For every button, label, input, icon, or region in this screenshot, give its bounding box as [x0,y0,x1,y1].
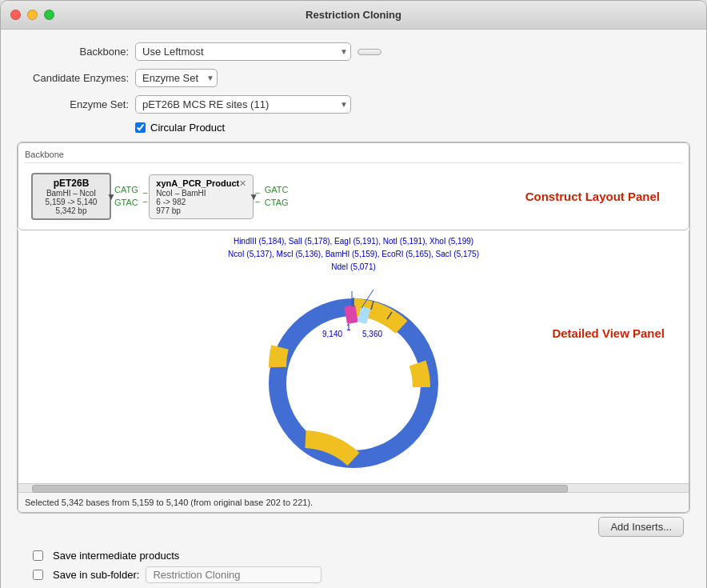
backbone-info1: BamHI – NcoI [39,189,103,198]
enzyme-set-label: Enzyme Set: [17,98,129,110]
seq-gatc: GATC [265,184,289,196]
svg-point-0 [278,307,429,459]
insert-dropdown-arrow[interactable]: ▼ [249,191,258,202]
scrollbar-thumb[interactable] [32,485,568,493]
enzyme-set-select-wrapper: pET26B MCS RE sites (11) ▼ [135,95,351,114]
seq-label-left: CATG GTAC [114,184,138,209]
backbone-info2: 5,159 -> 5,140 [39,198,103,206]
backbone-name: pET26B [39,178,103,189]
choose-button[interactable] [357,49,381,55]
pos-label-1: 1 [346,323,351,332]
status-text: Selected 5,342 bases from 5,159 to 5,140… [25,498,313,507]
backbone-row: Backbone: Use Leftmost ▼ [17,42,690,61]
backbone-box: pET26B BamHI – NcoI 5,159 -> 5,140 5,342… [31,173,111,220]
detail-panel: HindIII (5,184), SalI (5,178), EagI (5,1… [18,230,689,513]
seq-ctag: CTAG [265,197,289,209]
enzyme-set-select[interactable]: pET26B MCS RE sites (11) [135,95,351,114]
construct-layout-label: Construct Layout Panel [525,190,660,203]
titlebar: Restriction Cloning [1,1,706,30]
insert-name: xynA_PCR_Product [156,178,239,188]
backbone-info3: 5,342 bp [39,206,103,215]
construct-layout: pET26B BamHI – NcoI 5,159 -> 5,140 5,342… [25,170,682,223]
save-subfolder-label: Save in sub-folder: [53,569,139,581]
candidate-enzymes-row: Candidate Enzymes: Enzyme Set ▼ [17,69,690,87]
backbone-dropdown-arrow[interactable]: ▼ [106,191,116,202]
backbone-label: Backbone: [17,46,129,58]
circular-product-label: Circular Product [150,122,225,134]
save-subfolder-row: Save in sub-folder: [33,566,674,583]
candidate-enzymes-label: Candidate Enzymes: [17,72,129,84]
pos-label-5360: 5,360 [362,330,382,338]
detail-label-line2: NcoI (5,137), MscI (5,136), BamHI (5,159… [25,248,682,261]
bottom-buttons: Add Inserts... [17,514,690,543]
backbone-element: pET26B BamHI – NcoI 5,159 -> 5,140 5,342… [31,173,111,220]
construct-panel: Backbone pET26B BamHI – NcoI 5,159 -> 5,… [18,142,689,230]
add-inserts-button[interactable]: Add Inserts... [598,517,684,537]
circular-product-checkbox[interactable] [135,122,146,133]
enzyme-set-row: Enzyme Set: pET26B MCS RE sites (11) ▼ [17,95,690,114]
status-bar: Selected 5,342 bases from 5,159 to 5,140… [18,493,689,512]
save-intermediate-row: Save intermediate products [33,550,674,562]
save-subfolder-checkbox[interactable] [33,570,43,580]
maximize-button[interactable] [44,10,54,20]
circular-product-row: Circular Product [17,122,690,134]
backbone-select[interactable]: Use Leftmost [135,42,351,61]
horizontal-scrollbar[interactable] [18,483,689,493]
save-options: Save intermediate products Save in sub-f… [17,543,690,588]
detail-label-line3: NdeI (5,071) [25,261,682,274]
insert-info1: NcoI – BamHI [156,189,246,198]
save-intermediate-label: Save intermediate products [53,550,179,562]
combined-panel: Backbone pET26B BamHI – NcoI 5,159 -> 5,… [17,142,690,514]
seq-catg: CATG [114,184,138,196]
dash-left: –– [143,188,148,206]
plasmid-svg [234,283,473,475]
content-area: Backbone: Use Leftmost ▼ Candidate Enzym… [1,30,706,588]
candidate-enzymes-select[interactable]: Enzyme Set [135,69,218,87]
subfolder-input[interactable] [146,566,322,583]
insert-header: xynA_PCR_Product ✕ [156,178,246,189]
pos-label-9140: 9,140 [322,330,342,338]
detail-labels-top: HindIII (5,184), SalI (5,178), EagI (5,1… [18,230,689,274]
close-button[interactable] [10,10,21,20]
detail-label-line1: HindIII (5,184), SalI (5,178), EagI (5,1… [25,235,682,248]
window-title: Restriction Cloning [306,9,401,21]
insert-info3: 977 bp [156,206,246,215]
insert-info2: 6 -> 982 [156,198,246,206]
titlebar-buttons [10,10,54,20]
insert-close-icon[interactable]: ✕ [239,178,246,189]
main-window: Restriction Cloning Backbone: Use Leftmo… [0,0,707,588]
save-intermediate-checkbox[interactable] [33,550,43,561]
backbone-select-wrapper: Use Leftmost ▼ [135,42,351,61]
seq-label-right: GATC CTAG [265,184,289,209]
candidate-enzymes-select-wrapper: Enzyme Set ▼ [135,69,218,87]
insert-element: xynA_PCR_Product ✕ NcoI – BamHI 6 -> 982… [149,174,254,219]
plasmid-container: 9,140 5,360 1 [18,275,689,483]
minimize-button[interactable] [27,10,38,20]
insert-box: xynA_PCR_Product ✕ NcoI – BamHI 6 -> 982… [149,174,254,219]
seq-gtac: GTAC [114,197,138,209]
construct-section-label: Backbone [25,150,682,163]
